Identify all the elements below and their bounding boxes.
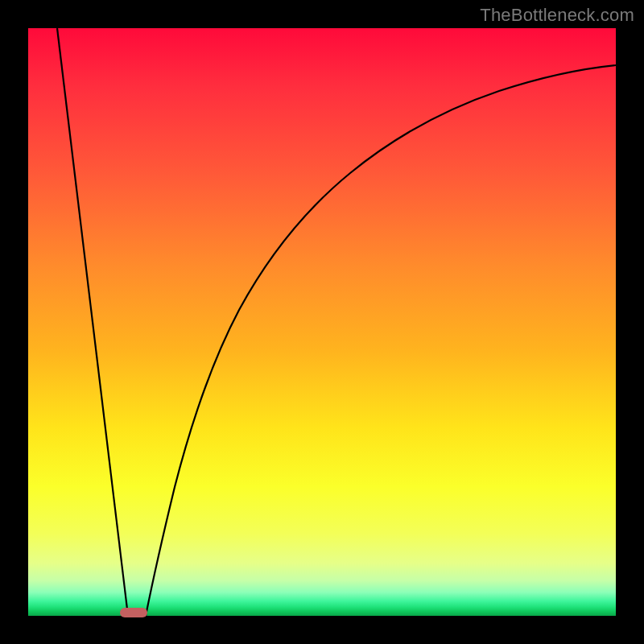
left-line xyxy=(57,28,128,616)
bottleneck-marker xyxy=(120,608,147,617)
curve-layer xyxy=(28,28,616,616)
plot-area xyxy=(28,28,616,616)
chart-frame: TheBottleneck.com xyxy=(0,0,644,644)
right-curve xyxy=(146,65,616,616)
watermark-text: TheBottleneck.com xyxy=(480,5,634,26)
